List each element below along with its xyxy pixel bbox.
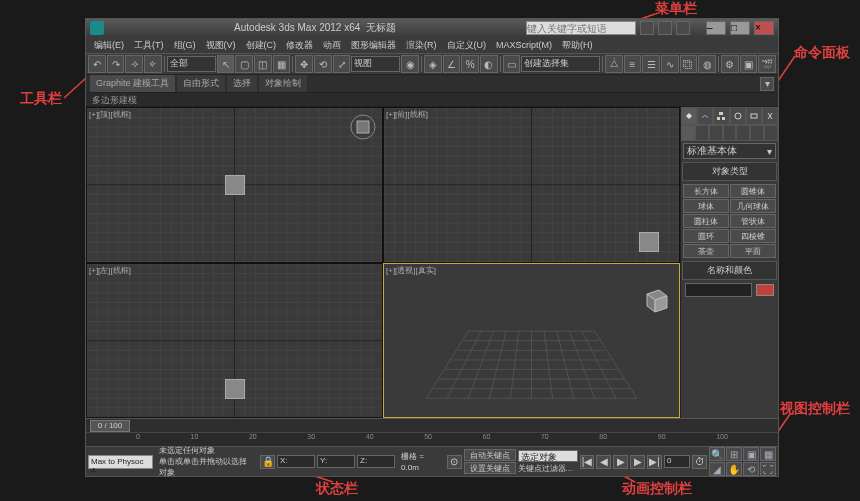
orbit-button[interactable]: ⟲	[743, 462, 759, 476]
x-field[interactable]: X:	[277, 455, 315, 468]
material-editor-button[interactable]: ◍	[698, 55, 716, 73]
prim-box[interactable]: 长方体	[683, 184, 729, 198]
render-frame-button[interactable]: ▣	[740, 55, 758, 73]
time-slider-thumb[interactable]: 0 / 100	[90, 420, 130, 432]
cameras-subtab[interactable]	[723, 125, 737, 141]
y-field[interactable]: Y:	[317, 455, 355, 468]
menu-tools[interactable]: 工具(T)	[130, 38, 168, 53]
prim-plane[interactable]: 平面	[730, 244, 776, 258]
selection-filter-dropdown[interactable]: 全部	[167, 56, 216, 72]
viewport-front[interactable]: [+][前][线框]	[383, 107, 680, 263]
goto-end-button[interactable]: ▶|	[647, 455, 662, 469]
prim-cylinder[interactable]: 圆柱体	[683, 214, 729, 228]
menu-maxscript[interactable]: MAXScript(M)	[492, 39, 556, 51]
prim-cone[interactable]: 圆锥体	[730, 184, 776, 198]
prim-pyramid[interactable]: 四棱锥	[730, 229, 776, 243]
maximize-viewport-button[interactable]: ⛶	[760, 462, 776, 476]
angle-snap-button[interactable]: ∠	[443, 55, 461, 73]
undo-button[interactable]: ↶	[88, 55, 106, 73]
named-selection-dropdown[interactable]: 创建选择集	[521, 56, 599, 72]
key-mode-toggle[interactable]: ⊙	[447, 455, 462, 469]
unlink-button[interactable]: ⟣	[144, 55, 162, 73]
viewport-left[interactable]: [+][左][线框]	[86, 263, 383, 419]
hierarchy-tab[interactable]	[713, 107, 729, 125]
viewport-top[interactable]: [+][顶][线框]	[86, 107, 383, 263]
named-sel-button[interactable]: ▭	[503, 55, 521, 73]
viewport-left-label[interactable]: [+][左][线框]	[89, 265, 131, 276]
rollout-name-color[interactable]: 名称和颜色	[682, 261, 777, 280]
viewport-persp-label[interactable]: [+][透视][真实]	[386, 265, 436, 276]
spinner-snap-button[interactable]: ◐	[480, 55, 498, 73]
menu-modifiers[interactable]: 修改器	[282, 38, 317, 53]
key-filters-link[interactable]: 关键点过滤器...	[518, 463, 578, 474]
rotate-button[interactable]: ⟲	[314, 55, 332, 73]
utilities-tab[interactable]	[762, 107, 778, 125]
z-field[interactable]: Z:	[357, 455, 395, 468]
curve-editor-button[interactable]: ∿	[661, 55, 679, 73]
help-search-input[interactable]	[526, 21, 636, 35]
help-button[interactable]	[640, 21, 654, 35]
render-button[interactable]: 🎬	[758, 55, 776, 73]
viewport-top-label[interactable]: [+][顶][线框]	[89, 109, 131, 120]
menu-create[interactable]: 创建(C)	[242, 38, 281, 53]
goto-start-button[interactable]: |◀	[580, 455, 595, 469]
viewport-perspective[interactable]: [+][透视][真实]	[383, 263, 680, 419]
maxscript-listener[interactable]: Max to Physoc 4	[88, 455, 153, 469]
create-tab[interactable]	[681, 107, 697, 125]
keyfilter-dropdown[interactable]: 选定对象	[518, 450, 578, 462]
helpers-subtab[interactable]	[736, 125, 750, 141]
menu-edit[interactable]: 编辑(E)	[90, 38, 128, 53]
ribbon-tab-graphite[interactable]: Graphite 建模工具	[90, 75, 175, 92]
prim-tube[interactable]: 管状体	[730, 214, 776, 228]
ribbon-tab-paint[interactable]: 对象绘制	[259, 75, 307, 92]
fov-button[interactable]: ◢	[709, 462, 725, 476]
viewport-front-label[interactable]: [+][前][线框]	[386, 109, 428, 120]
modify-tab[interactable]	[697, 107, 713, 125]
prev-frame-button[interactable]: ◀	[596, 455, 611, 469]
align-button[interactable]: ≡	[624, 55, 642, 73]
percent-snap-button[interactable]: %	[461, 55, 479, 73]
menu-render[interactable]: 渲染(R)	[402, 38, 441, 53]
menu-views[interactable]: 视图(V)	[202, 38, 240, 53]
zoom-all-button[interactable]: ⊞	[726, 447, 742, 461]
current-frame-input[interactable]: 0	[664, 455, 690, 468]
menu-group[interactable]: 组(G)	[170, 38, 200, 53]
menu-help[interactable]: 帮助(H)	[558, 38, 597, 53]
zoom-extents-button[interactable]: ▣	[743, 447, 759, 461]
menu-customize[interactable]: 自定义(U)	[443, 38, 491, 53]
layers-button[interactable]: ☰	[642, 55, 660, 73]
info-button[interactable]	[676, 21, 690, 35]
zoom-extents-all-button[interactable]: ▦	[760, 447, 776, 461]
window-crossing-button[interactable]: ▦	[273, 55, 291, 73]
refcoord-dropdown[interactable]: 视图	[351, 56, 400, 72]
zoom-button[interactable]: 🔍	[709, 447, 725, 461]
object-color-swatch[interactable]	[756, 284, 774, 296]
snap-button[interactable]: ◈	[424, 55, 442, 73]
play-button[interactable]: ▶	[613, 455, 628, 469]
ribbon-min-button[interactable]: ▾	[760, 77, 774, 91]
link-button[interactable]: ⟢	[125, 55, 143, 73]
mirror-button[interactable]: ⧊	[605, 55, 623, 73]
autokey-button[interactable]: 自动关键点	[464, 449, 516, 461]
pivot-button[interactable]: ◉	[401, 55, 419, 73]
minimize-button[interactable]: –	[706, 21, 726, 35]
scale-button[interactable]: ⤢	[333, 55, 351, 73]
time-config-button[interactable]: ⏱	[692, 455, 707, 469]
display-tab[interactable]	[746, 107, 762, 125]
maximize-button[interactable]: □	[730, 21, 750, 35]
lock-selection-button[interactable]: 🔒	[260, 455, 275, 469]
primitive-category-dropdown[interactable]: 标准基本体▾	[683, 143, 776, 159]
prim-torus[interactable]: 圆环	[683, 229, 729, 243]
select-name-button[interactable]: ▢	[235, 55, 253, 73]
viewcube-top-icon[interactable]	[348, 112, 378, 142]
ribbon-tab-selection[interactable]: 选择	[227, 75, 257, 92]
geometry-subtab[interactable]	[681, 125, 695, 141]
ribbon-tab-freeform[interactable]: 自由形式	[177, 75, 225, 92]
select-button[interactable]: ↖	[217, 55, 235, 73]
systems-subtab[interactable]	[764, 125, 778, 141]
prim-teapot[interactable]: 茶壶	[683, 244, 729, 258]
move-button[interactable]: ✥	[295, 55, 313, 73]
next-frame-button[interactable]: ▶	[630, 455, 645, 469]
time-slider[interactable]: 0 / 100	[86, 418, 778, 432]
track-bar[interactable]: 0102030405060708090100	[86, 432, 778, 446]
